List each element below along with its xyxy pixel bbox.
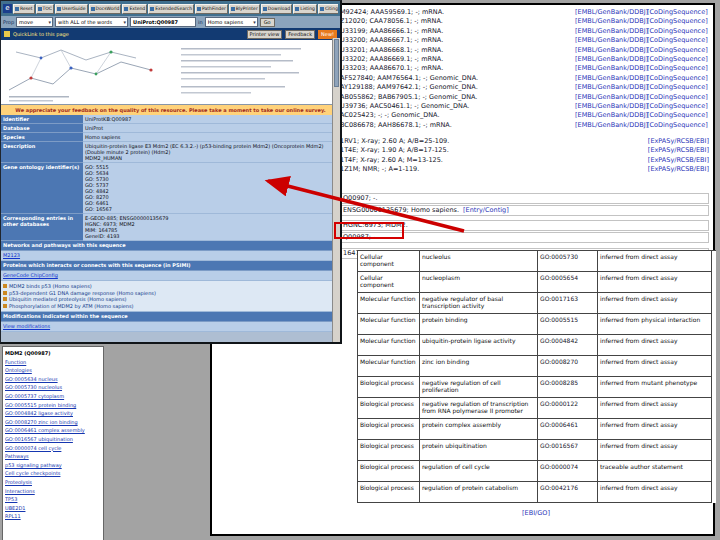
interactions-link[interactable]: GeneCode ChipConfig: [1, 271, 333, 281]
go-category: Molecular function: [358, 314, 420, 335]
xref-db-link[interactable]: [EMBL/GenBank/DDBJ]: [575, 111, 647, 120]
go-id-link[interactable]: GO:0005730: [538, 251, 598, 272]
xref-cds-link[interactable]: [CoDingSequence]: [647, 36, 709, 45]
toolbar-button[interactable]: TOC: [36, 4, 54, 14]
go-category: Biological process: [358, 398, 420, 419]
toolbar-button[interactable]: PathFinder: [195, 4, 228, 14]
toolbar-button[interactable]: BlyPrinter: [229, 4, 260, 14]
xref-cds-link[interactable]: [CoDingSequence]: [647, 74, 709, 83]
tree-item-link[interactable]: UBE2D1: [5, 504, 101, 513]
xref-cds-link[interactable]: [CoDingSequence]: [647, 121, 709, 130]
networks-link[interactable]: M2123: [1, 251, 333, 261]
go-id-link[interactable]: GO:0000074: [538, 461, 598, 482]
toolbar-button[interactable]: ExtendedSearch: [148, 4, 194, 14]
db-link[interactable]: [Entry/Contig]: [463, 207, 509, 214]
tree-item-link[interactable]: GO:0000074 cell cycle: [5, 444, 101, 453]
printer-view-button[interactable]: Printer view: [247, 30, 283, 39]
tree-item-link[interactable]: GO:0005737 cytoplasm: [5, 392, 101, 401]
go-id-link[interactable]: GO:0016567: [538, 440, 598, 461]
go-id-link[interactable]: GO:0006461: [538, 419, 598, 440]
entry-row-value: UniProt: [83, 124, 333, 133]
toolbar-button[interactable]: Reset: [13, 4, 35, 14]
go-footer-link[interactable]: [EBI/GO]: [357, 509, 715, 517]
xref-db-link[interactable]: [EMBL/GenBank/DDBJ]: [575, 74, 647, 83]
pdb-link[interactable]: [ExPASy/RCSB/EBI]: [648, 156, 709, 165]
xref-db-link[interactable]: [EMBL/GenBank/DDBJ]: [575, 83, 647, 92]
tree-item-link[interactable]: Pathways: [5, 452, 101, 461]
search-mode-select[interactable]: with ALL of the words: [55, 17, 128, 27]
tree-item-link[interactable]: GO:0005634 nucleus: [5, 375, 101, 384]
toolbar-button[interactable]: DocsWorld: [89, 4, 122, 14]
xref-db-link[interactable]: [EMBL/GenBank/DDBJ]: [575, 64, 647, 73]
tree-item-link[interactable]: GO:0008270 zinc ion binding: [5, 418, 101, 427]
xref-db-link[interactable]: [EMBL/GenBank/DDBJ]: [575, 93, 647, 102]
tree-item-link[interactable]: GO:0006461 complex assembly: [5, 426, 101, 435]
go-id-link[interactable]: GO:0042176: [538, 482, 598, 503]
prop-select[interactable]: move: [16, 17, 53, 27]
tree-item-link[interactable]: Function: [5, 358, 101, 367]
toolbar-button-icon: [231, 7, 235, 11]
xref-cds-link[interactable]: [CoDingSequence]: [647, 83, 709, 92]
xref-cds-link[interactable]: [CoDingSequence]: [647, 17, 709, 26]
go-id-link[interactable]: GO:0017163: [538, 293, 598, 314]
search-input[interactable]: UniProt:Q00987: [130, 17, 196, 27]
tree-item-link[interactable]: Proteolysis: [5, 478, 101, 487]
xref-db-link[interactable]: [EMBL/GenBank/DDBJ]: [575, 27, 647, 36]
toolbar-button[interactable]: Citing: [318, 4, 338, 14]
go-category: Molecular function: [358, 335, 420, 356]
go-id-link[interactable]: GO:0008285: [538, 377, 598, 398]
tree-item-link[interactable]: RPL11: [5, 512, 101, 521]
xref-db-link[interactable]: [EMBL/GenBank/DDBJ]: [575, 102, 647, 111]
feedback-button[interactable]: Feedback: [285, 30, 315, 39]
toolbar-button[interactable]: UserGuide: [55, 4, 87, 14]
entry-row: Species Homo sapiens: [1, 133, 333, 142]
go-id-link[interactable]: GO:0000122: [538, 398, 598, 419]
pathway-tree-item[interactable]: Phosphorylation of MDM2 by ATM (Homo sap…: [3, 303, 331, 310]
scope-select[interactable]: Homo sapiens: [205, 17, 258, 27]
tree-item-link[interactable]: TP53: [5, 495, 101, 504]
xref-db-link[interactable]: [EMBL/GenBank/DDBJ]: [575, 121, 647, 130]
xref-cds-link[interactable]: [CoDingSequence]: [647, 27, 709, 36]
xref-cds-link[interactable]: [CoDingSequence]: [647, 55, 709, 64]
pdb-link[interactable]: [ExPASy/RCSB/EBI]: [648, 146, 709, 155]
toolbar-button[interactable]: Extend: [122, 4, 147, 14]
pdb-xref-list: 1RV1; X-ray; 2.60 A; A/B=25-109. [ExPASy…: [340, 137, 709, 175]
pdb-link[interactable]: [ExPASy/RCSB/EBI]: [648, 137, 709, 146]
tree-item-link[interactable]: MDM2 (Q00987): [5, 349, 101, 358]
go-id-link[interactable]: GO:0008270: [538, 356, 598, 377]
xref-db-link[interactable]: [EMBL/GenBank/DDBJ]: [575, 46, 647, 55]
tree-item-link[interactable]: GO:0016567 ubiquitination: [5, 435, 101, 444]
toolbar-button[interactable]: Download: [261, 4, 292, 14]
tree-item-link[interactable]: GO:0005515 protein binding: [5, 401, 101, 410]
go-evidence: inferred from direct assay: [598, 482, 712, 503]
xref-row: AY129188; AAM97642.1; -; Genomic_DNA. [E…: [340, 83, 709, 92]
go-id-link[interactable]: GO:0004842: [538, 335, 598, 356]
xref-cds-link[interactable]: [CoDingSequence]: [647, 102, 709, 111]
xref-db-link[interactable]: [EMBL/GenBank/DDBJ]: [575, 36, 647, 45]
xref-cds-link[interactable]: [CoDingSequence]: [647, 111, 709, 120]
toolbar-button[interactable]: Listing: [293, 4, 317, 14]
tree-item-link[interactable]: GO:0005730 nucleolus: [5, 383, 101, 392]
tree-item-link[interactable]: GO:0004842 ligase activity: [5, 409, 101, 418]
pathway-item-icon: [3, 304, 7, 308]
entry-row-label: Corresponding entries in other databases: [1, 214, 83, 241]
xref-cds-link[interactable]: [CoDingSequence]: [647, 93, 709, 102]
pdb-link[interactable]: [ExPASy/RCSB/EBI]: [648, 165, 709, 174]
window-scrollbar[interactable]: [332, 38, 340, 342]
xref-db-link[interactable]: [EMBL/GenBank/DDBJ]: [575, 17, 647, 26]
tree-item-link[interactable]: Ontologies: [5, 366, 101, 375]
scrollbar-thumb[interactable]: [334, 39, 339, 87]
xref-cds-link[interactable]: [CoDingSequence]: [647, 46, 709, 55]
go-id-link[interactable]: GO:0005654: [538, 272, 598, 293]
modifications-link[interactable]: View modifications: [1, 322, 333, 332]
xref-cds-link[interactable]: [CoDingSequence]: [647, 64, 709, 73]
tree-item-link[interactable]: Cell cycle checkpoints: [5, 469, 101, 478]
tree-item-link[interactable]: Interactions: [5, 487, 101, 496]
go-id-link[interactable]: GO:0005515: [538, 314, 598, 335]
go-button[interactable]: Go: [260, 18, 275, 27]
go-table-row: Molecular function protein binding GO:00…: [358, 314, 716, 335]
xref-cds-link[interactable]: [CoDingSequence]: [647, 8, 709, 17]
xref-db-link[interactable]: [EMBL/GenBank/DDBJ]: [575, 55, 647, 64]
tree-item-link[interactable]: p53 signaling pathway: [5, 461, 101, 470]
xref-db-link[interactable]: [EMBL/GenBank/DDBJ]: [575, 8, 647, 17]
